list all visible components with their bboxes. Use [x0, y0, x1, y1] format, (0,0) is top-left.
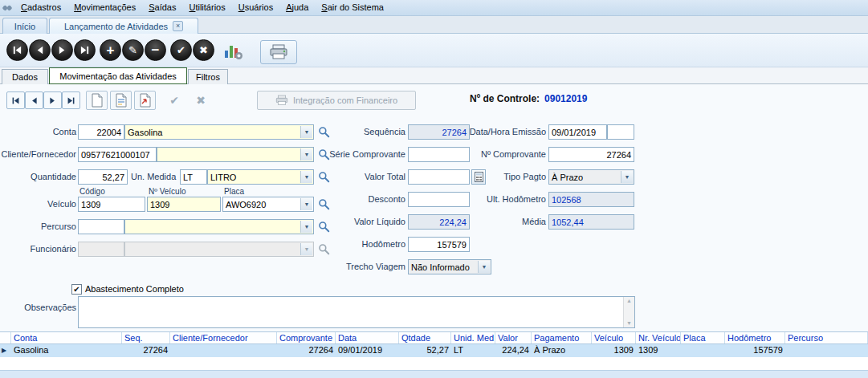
observacoes-textarea[interactable]: ▲ ▼	[78, 296, 635, 328]
menu-saidas[interactable]: Saídas	[142, 0, 182, 15]
chevron-down-icon[interactable]: ▼	[300, 126, 312, 138]
scroll-up-icon[interactable]: ▲	[626, 297, 632, 305]
edit-document-button[interactable]	[110, 91, 132, 110]
grid-cell-pagamento[interactable]: À Prazo	[532, 344, 592, 357]
nr-comprovante-field[interactable]: 27264	[548, 147, 634, 162]
grid-cell-placa[interactable]	[681, 344, 725, 357]
grid-header-percurso[interactable]: Percurso	[785, 332, 868, 343]
chevron-down-icon[interactable]: ▼	[300, 148, 312, 161]
edit-record-button[interactable]: ✎	[122, 39, 144, 61]
grid-cell-nr-veiculo[interactable]: 1309	[636, 344, 681, 357]
hora-emissao-field[interactable]	[607, 124, 634, 140]
chevron-down-icon[interactable]: ▼	[300, 221, 312, 233]
chevron-down-icon[interactable]: ▼	[300, 171, 312, 183]
hodometro-field[interactable]: 157579	[408, 237, 470, 252]
menu-cadastros[interactable]: Cadastros	[14, 0, 67, 15]
confirm-button[interactable]: ✔	[170, 39, 192, 61]
chart-button[interactable]	[223, 41, 244, 62]
chevron-down-icon[interactable]: ▼	[478, 261, 490, 273]
grid-header-conta[interactable]: Conta	[11, 332, 122, 343]
nav-previous-button[interactable]	[25, 91, 43, 109]
menu-ajuda[interactable]: Ajuda	[279, 0, 315, 15]
save-record-button[interactable]: ✔	[163, 91, 185, 110]
cliente-fornecedor-code-field[interactable]: 09577621000107	[78, 147, 157, 162]
grid-header-comprovante[interactable]: Comprovante	[277, 332, 336, 343]
abastecimento-completo-checkbox[interactable]: ✔	[71, 284, 82, 295]
grid-cell-cliente-fornecedor[interactable]	[170, 344, 277, 357]
chevron-down-icon[interactable]: ▼	[300, 198, 312, 210]
tab-lancamento-de-atividades[interactable]: Lançamento de Atividades ×	[49, 18, 198, 34]
tipo-pagto-combo[interactable]: À Prazo ▼	[548, 169, 634, 185]
grid-selected-row[interactable]: ▶ Gasolina 27264 27264 09/01/2019 52,27 …	[0, 344, 868, 357]
menu-utilitarios[interactable]: Utilitários	[182, 0, 231, 15]
first-record-button[interactable]	[6, 39, 28, 61]
grid-header-unid-med[interactable]: Unid. Med.	[451, 332, 495, 343]
grid-cell-conta[interactable]: Gasolina	[11, 344, 122, 357]
nav-next-button[interactable]	[43, 91, 62, 109]
menu-sair-do-sistema[interactable]: Sair do Sistema	[315, 0, 390, 15]
grid-header-placa[interactable]: Placa	[681, 332, 725, 343]
tab-movimentacao-das-atividades[interactable]: Movimentação das Atividades	[49, 67, 187, 84]
grid-header-nr-veiculo[interactable]: Nr. Veículo	[636, 332, 681, 343]
menu-usuarios[interactable]: Usuários	[232, 0, 279, 15]
grid-cell-percurso[interactable]	[785, 344, 868, 357]
data-emissao-field[interactable]: 09/01/2019	[548, 124, 607, 140]
conta-combo[interactable]: Gasolina ▼	[124, 124, 314, 140]
tab-filtros[interactable]: Filtros	[188, 69, 228, 84]
tab-inicio[interactable]: Início	[2, 18, 47, 34]
previous-record-button[interactable]	[29, 39, 51, 61]
grid-header-data[interactable]: Data	[336, 332, 399, 343]
grid-header-cliente-fornecedor[interactable]: Cliente/Fornecedor	[170, 332, 277, 343]
chevron-down-icon[interactable]: ▼	[621, 171, 633, 183]
close-tab-icon[interactable]: ×	[173, 21, 183, 31]
grid-cell-comprovante[interactable]: 27264	[277, 344, 336, 357]
last-record-button[interactable]	[74, 39, 96, 61]
grid-cell-valor[interactable]: 224,24	[495, 344, 532, 357]
grid-cell-seq[interactable]: 27264	[122, 344, 170, 357]
print-button[interactable]	[260, 40, 297, 64]
grid-header-seq[interactable]: Seq.	[122, 332, 170, 343]
delete-record-button[interactable]: −	[145, 39, 166, 61]
new-document-button[interactable]	[86, 91, 108, 110]
veiculo-placa-combo[interactable]: AWO6920 ▼	[222, 197, 314, 212]
add-record-button[interactable]: +	[100, 39, 121, 61]
desconto-label: Desconto	[320, 194, 405, 204]
un-medida-code-field[interactable]: LT	[180, 169, 207, 185]
conta-code-field[interactable]: 22004	[78, 124, 124, 140]
find-document-button[interactable]	[134, 91, 156, 110]
veiculo-col-nr-label: Nº Veículo	[149, 187, 185, 196]
veiculo-codigo-field[interactable]: 1309	[78, 197, 145, 212]
grid-header-indicator	[0, 332, 11, 343]
un-medida-combo-value: LITRO	[210, 173, 236, 182]
bar-chart-icon	[223, 41, 243, 61]
percurso-code-field[interactable]	[78, 219, 124, 234]
quantidade-field[interactable]: 52,27	[78, 169, 128, 185]
veiculo-col-placa-label: Placa	[224, 187, 244, 196]
un-medida-combo[interactable]: LITRO ▼	[207, 169, 314, 185]
scroll-down-icon[interactable]: ▼	[626, 319, 632, 327]
tab-dados[interactable]: Dados	[2, 69, 48, 84]
app-logo-icon	[0, 3, 14, 13]
discard-record-button[interactable]: ✖	[189, 91, 212, 110]
nav-last-button[interactable]	[62, 91, 80, 109]
grid-cell-hodometro[interactable]: 157579	[725, 344, 785, 357]
observacoes-scrollbar[interactable]: ▲ ▼	[623, 297, 634, 327]
grid-cell-data[interactable]: 09/01/2019	[336, 344, 399, 357]
integracao-financeiro-button[interactable]: Integração com Financeiro	[257, 91, 416, 110]
grid-cell-qtdade[interactable]: 52,27	[399, 344, 451, 357]
cancel-button[interactable]: ✖	[193, 39, 214, 61]
grid-header-valor[interactable]: Valor	[495, 332, 532, 343]
grid-cell-unid-med[interactable]: LT	[451, 344, 495, 357]
grid-cell-veiculo[interactable]: 1309	[592, 344, 636, 357]
trecho-viagem-combo[interactable]: Não Informado ▼	[408, 259, 491, 274]
veiculo-nr-field[interactable]: 1309	[147, 197, 221, 212]
cliente-fornecedor-combo[interactable]: ▼	[157, 147, 314, 162]
next-record-button[interactable]	[51, 39, 73, 61]
grid-header-qtdade[interactable]: Qtdade	[399, 332, 451, 343]
nav-first-button[interactable]	[6, 91, 25, 109]
menu-movimentacoes[interactable]: Movimentações	[67, 0, 142, 15]
percurso-combo[interactable]: ▼	[124, 219, 314, 234]
grid-header-veiculo[interactable]: Veículo	[592, 332, 636, 343]
grid-header-hodometro[interactable]: Hodômetro	[725, 332, 785, 343]
grid-header-pagamento[interactable]: Pagamento	[532, 332, 592, 343]
